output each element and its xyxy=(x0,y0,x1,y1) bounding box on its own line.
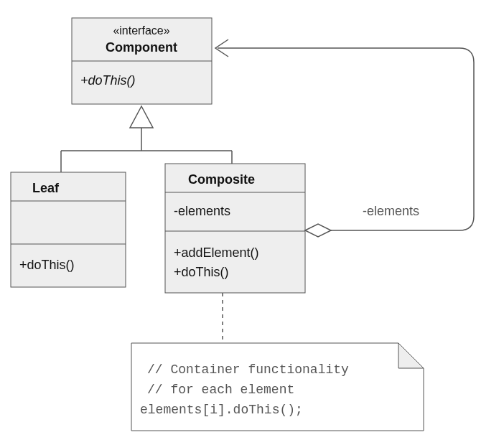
component-stereotype: «interface» xyxy=(113,24,169,37)
svg-marker-13 xyxy=(305,224,331,237)
note-line-2: elements[i].doThis(); xyxy=(140,403,303,417)
note-line-0: // Container functionality xyxy=(147,362,349,377)
composite-method-1: +doThis() xyxy=(174,265,229,279)
composite-pattern-diagram: «interface» Component +doThis() Leaf +do… xyxy=(0,0,504,445)
note-line-1: // for each element xyxy=(147,383,294,397)
aggregation-label: -elements xyxy=(363,204,419,218)
class-component: «interface» Component +doThis() xyxy=(72,18,212,104)
svg-marker-2 xyxy=(130,106,153,128)
leaf-name: Leaf xyxy=(32,181,60,195)
class-composite: Composite -elements +addElement() +doThi… xyxy=(165,164,305,293)
composite-attr-0: -elements xyxy=(174,204,230,218)
composite-method-0: +addElement() xyxy=(174,245,259,260)
leaf-method-0: +doThis() xyxy=(19,258,75,272)
component-name: Component xyxy=(106,40,177,55)
class-leaf: Leaf +doThis() xyxy=(11,172,126,287)
note: // Container functionality // for each e… xyxy=(131,343,424,431)
composite-name: Composite xyxy=(188,172,255,187)
generalization xyxy=(61,106,232,172)
component-method-0: +doThis() xyxy=(80,73,136,88)
